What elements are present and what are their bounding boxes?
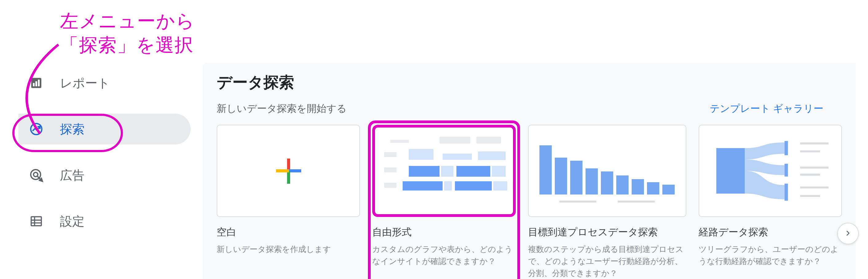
svg-rect-12: [784, 164, 788, 177]
svg-rect-16: [800, 166, 828, 168]
svg-rect-17: [800, 174, 820, 176]
target-icon: [28, 167, 44, 184]
subtitle-row: 新しいデータ探索を開始する テンプレート ギャラリー: [217, 102, 842, 116]
card-path-thumb: [699, 125, 842, 217]
svg-rect-15: [800, 150, 820, 152]
card-desc: ツリーグラフから、ユーザーのどのような行動経路が確認できますか？: [699, 243, 842, 267]
main-panel: データ探索 新しいデータ探索を開始する テンプレート ギャラリー 空白 新しいデ…: [203, 63, 856, 279]
sidebar-item-reports[interactable]: レポート: [19, 68, 191, 98]
sidebar: レポート 探索 広告 設定: [0, 68, 200, 252]
card-title: 経路データ探索: [699, 225, 842, 239]
sidebar-item-ads[interactable]: 広告: [19, 160, 191, 190]
svg-rect-7: [31, 217, 41, 225]
sidebar-item-settings[interactable]: 設定: [19, 206, 191, 237]
card-desc: 複数のステップから成る目標到達プロセスで、どのようなユーザー行動経路が分析、分割…: [528, 243, 686, 279]
svg-rect-13: [784, 184, 788, 200]
svg-rect-19: [800, 195, 820, 197]
svg-point-6: [33, 173, 38, 177]
list-icon: [28, 213, 44, 230]
svg-rect-18: [800, 187, 828, 188]
subtitle: 新しいデータ探索を開始する: [217, 102, 347, 116]
card-funnel[interactable]: 目標到達プロセスデータ探索 複数のステップから成る目標到達プロセスで、どのような…: [528, 125, 686, 279]
next-button[interactable]: [837, 223, 859, 244]
card-desc: 新しいデータ探索を作成します: [217, 243, 360, 255]
card-title: 自由形式: [372, 225, 516, 239]
sidebar-item-label: 探索: [60, 121, 85, 138]
chevron-right-icon: [844, 228, 852, 240]
svg-rect-14: [800, 143, 828, 145]
card-path[interactable]: 経路データ探索 ツリーグラフから、ユーザーのどのような行動経路が確認できますか？: [699, 125, 842, 279]
annotation-line1: 左メニューから: [60, 9, 195, 33]
funnel-chart-icon: [539, 139, 675, 194]
sidebar-item-label: 広告: [60, 167, 85, 184]
sidebar-item-label: レポート: [60, 75, 110, 92]
template-gallery-link[interactable]: テンプレート ギャラリー: [710, 102, 824, 116]
card-title: 目標到達プロセスデータ探索: [528, 225, 686, 239]
card-funnel-thumb: [528, 125, 686, 217]
card-free-form-thumb: 「自由形式」: [372, 125, 516, 217]
svg-rect-1: [33, 83, 35, 86]
annotation-left-menu: 左メニューから 「探索」を選択: [60, 9, 195, 57]
explore-icon: [28, 121, 44, 138]
svg-rect-11: [784, 141, 788, 155]
sidebar-item-label: 設定: [60, 213, 85, 230]
svg-rect-2: [35, 82, 37, 87]
cards-row: 空白 新しいデータ探索を作成します: [217, 125, 842, 279]
card-blank[interactable]: 空白 新しいデータ探索を作成します: [217, 125, 360, 279]
card-desc: カスタムのグラフや表から、どのようなインサイトが確認できますか？: [372, 243, 516, 267]
path-graph-icon: [699, 125, 841, 216]
card-free-form[interactable]: 「自由形式」 自由形式 カスタムのグラフや表から、どのようなインサイトが確認でき…: [372, 125, 516, 279]
plus-icon: [276, 159, 301, 183]
svg-rect-3: [38, 80, 40, 86]
card-blank-thumb: [217, 125, 360, 217]
page-title: データ探索: [217, 72, 842, 93]
sidebar-item-explore[interactable]: 探索: [19, 114, 191, 145]
annotation-line2: 「探索」を選択: [60, 33, 195, 57]
card-title: 空白: [217, 225, 360, 239]
bar-chart-icon: [28, 75, 44, 92]
